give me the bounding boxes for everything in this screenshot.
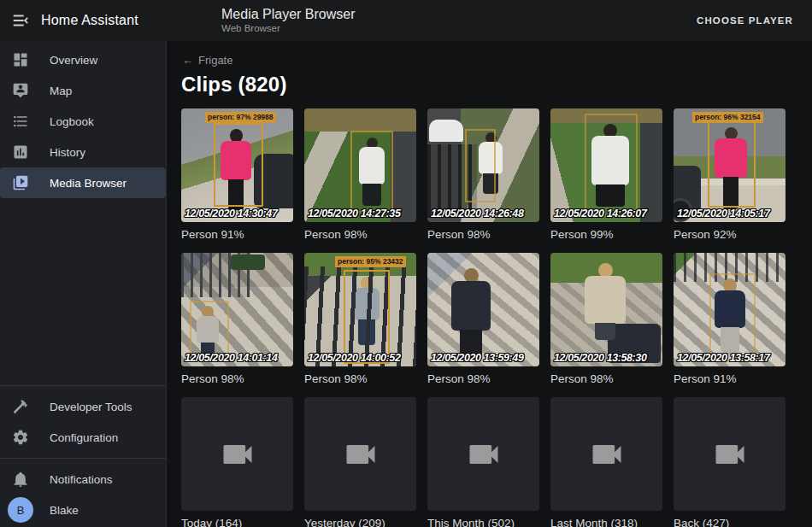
person-figure bbox=[451, 268, 491, 359]
clip-caption: Person 98% bbox=[304, 228, 416, 242]
detection-bounding-box bbox=[190, 301, 229, 357]
back-arrow-icon: ← bbox=[182, 54, 193, 67]
folder-label: Yesterday (209) bbox=[304, 517, 416, 527]
panel-title: Media Player Browser bbox=[221, 7, 356, 22]
folder-label: This Month (502) bbox=[427, 517, 539, 527]
clip-item[interactable]: 12/05/2020 14:27:35 Person 98% bbox=[304, 108, 416, 242]
clip-item[interactable]: 12/05/2020 14:26:07 Person 99% bbox=[550, 108, 662, 242]
video-camera-icon bbox=[588, 436, 626, 473]
media-browser-panel: ← Frigate Clips (820) person: 97% 29988 … bbox=[168, 41, 812, 527]
folder-item-today[interactable]: Today (164) bbox=[181, 397, 293, 527]
video-camera-icon bbox=[465, 436, 503, 473]
clip-thumbnail[interactable]: 12/05/2020 13:58:30 bbox=[550, 253, 662, 366]
folder-thumbnail[interactable] bbox=[304, 397, 416, 511]
clip-timestamp: 12/05/2020 14:00:52 bbox=[308, 352, 400, 364]
folder-item-back[interactable]: Back (427) bbox=[674, 397, 786, 527]
sidebar-item-user-profile[interactable]: B Blake bbox=[0, 495, 166, 525]
panel-title-block: Media Player Browser Web Browser bbox=[221, 7, 356, 34]
bell-icon bbox=[0, 471, 41, 488]
sidebar-spacer bbox=[0, 198, 166, 380]
folder-label: Today (164) bbox=[181, 517, 293, 527]
detection-bounding-box bbox=[708, 120, 756, 208]
app-title: Home Assistant bbox=[41, 13, 138, 28]
sidebar-item-history[interactable]: History bbox=[0, 137, 166, 167]
panel-subtitle: Web Browser bbox=[221, 23, 356, 34]
menu-open-icon bbox=[11, 11, 30, 30]
clip-timestamp: 12/05/2020 14:26:07 bbox=[554, 208, 646, 220]
sidebar-item-notifications[interactable]: Notifications bbox=[0, 464, 166, 495]
folder-thumbnail[interactable] bbox=[674, 397, 786, 511]
folder-thumbnail[interactable] bbox=[427, 397, 539, 511]
sidebar-toggle-button[interactable] bbox=[0, 0, 41, 41]
top-app-bar: Home Assistant Media Player Browser Web … bbox=[0, 0, 812, 41]
detection-bounding-box bbox=[344, 270, 390, 364]
map-tooltip-account-icon bbox=[0, 82, 41, 99]
play-box-multiple-icon bbox=[0, 174, 41, 191]
detection-bounding-box bbox=[709, 273, 756, 362]
clip-caption: Person 98% bbox=[181, 372, 293, 386]
choose-player-button[interactable]: CHOOSE PLAYER bbox=[690, 9, 800, 32]
sidebar-item-map[interactable]: Map bbox=[0, 75, 166, 106]
sidebar-divider bbox=[0, 458, 166, 459]
clip-item[interactable]: person: 96% 32154 12/05/2020 14:05:17 Pe… bbox=[674, 108, 786, 242]
clip-item[interactable]: person: 95% 23432 12/05/2020 14:00:52 Pe… bbox=[304, 253, 416, 386]
clip-item[interactable]: 12/05/2020 14:26:48 Person 98% bbox=[427, 108, 539, 242]
detection-bounding-box bbox=[465, 129, 496, 202]
detection-label: person: 95% 23432 bbox=[335, 256, 406, 267]
clip-thumbnail[interactable]: 12/05/2020 14:27:35 bbox=[304, 108, 416, 222]
clip-thumbnail[interactable]: 12/05/2020 13:58:17 bbox=[674, 253, 786, 366]
detection-bounding-box bbox=[585, 114, 638, 216]
clip-caption: Person 98% bbox=[304, 372, 416, 386]
clip-thumbnail[interactable]: 12/05/2020 14:26:48 bbox=[427, 108, 539, 222]
car-shape bbox=[429, 120, 463, 142]
folder-item-yesterday[interactable]: Yesterday (209) bbox=[304, 397, 416, 527]
sidebar-divider bbox=[0, 385, 166, 386]
clip-item[interactable]: 12/05/2020 13:58:17 Person 91% bbox=[674, 253, 786, 386]
detection-label: person: 96% 32154 bbox=[692, 112, 763, 123]
clip-caption: Person 91% bbox=[674, 372, 786, 386]
sidebar-item-logbook[interactable]: Logbook bbox=[0, 106, 166, 137]
clip-item[interactable]: 12/05/2020 14:01:14 Person 98% bbox=[181, 253, 293, 386]
page-title: Clips (820) bbox=[181, 73, 812, 97]
clip-timestamp: 12/05/2020 14:01:14 bbox=[185, 352, 277, 364]
clip-thumbnail[interactable]: person: 97% 29988 12/05/2020 14:30:47 bbox=[181, 108, 293, 222]
clip-item[interactable]: person: 97% 29988 12/05/2020 14:30:47 Pe… bbox=[181, 108, 293, 242]
clip-timestamp: 12/05/2020 14:30:47 bbox=[185, 208, 277, 220]
sidebar-item-media-browser[interactable]: Media Browser bbox=[0, 167, 166, 198]
clip-thumbnail[interactable]: 12/05/2020 14:26:07 bbox=[550, 108, 662, 222]
gear-icon bbox=[0, 429, 41, 446]
clip-item[interactable]: 12/05/2020 13:58:30 Person 98% bbox=[550, 253, 662, 386]
avatar: B bbox=[8, 497, 33, 523]
clip-caption: Person 91% bbox=[181, 228, 293, 242]
clip-thumbnail[interactable]: 12/05/2020 14:01:14 bbox=[181, 253, 293, 366]
chart-box-icon bbox=[0, 143, 41, 161]
list-bulleted-icon bbox=[0, 113, 41, 130]
folder-label: Last Month (318) bbox=[550, 517, 662, 527]
breadcrumb-back-link[interactable]: ← Frigate bbox=[182, 54, 232, 67]
clip-timestamp: 12/05/2020 14:05:17 bbox=[677, 208, 769, 220]
person-figure bbox=[585, 263, 626, 340]
video-camera-icon bbox=[711, 436, 749, 473]
quad-bike-shape bbox=[231, 255, 265, 270]
sidebar-item-developer-tools[interactable]: Developer Tools bbox=[0, 391, 166, 422]
detection-bounding-box bbox=[214, 123, 263, 207]
clip-caption: Person 98% bbox=[550, 372, 662, 386]
clip-caption: Person 99% bbox=[550, 228, 662, 242]
folder-thumbnail[interactable] bbox=[181, 397, 293, 511]
clip-thumbnail[interactable]: person: 96% 32154 12/05/2020 14:05:17 bbox=[674, 108, 786, 222]
clip-timestamp: 12/05/2020 14:27:35 bbox=[308, 208, 400, 220]
sidebar-item-configuration[interactable]: Configuration bbox=[0, 422, 166, 453]
clip-timestamp: 12/05/2020 13:58:30 bbox=[554, 352, 646, 364]
clip-item[interactable]: 12/05/2020 13:59:49 Person 98% bbox=[427, 253, 539, 386]
sidebar-item-overview[interactable]: Overview bbox=[0, 44, 166, 75]
clip-caption: Person 98% bbox=[427, 228, 539, 242]
clips-grid: person: 97% 29988 12/05/2020 14:30:47 Pe… bbox=[181, 108, 812, 527]
dashboard-icon bbox=[0, 51, 41, 68]
folder-item-last-month[interactable]: Last Month (318) bbox=[550, 397, 662, 527]
folder-thumbnail[interactable] bbox=[550, 397, 662, 511]
folder-item-this-month[interactable]: This Month (502) bbox=[427, 397, 539, 527]
clip-thumbnail[interactable]: 12/05/2020 13:59:49 bbox=[427, 253, 539, 366]
clip-timestamp: 12/05/2020 13:58:17 bbox=[677, 352, 769, 364]
clip-thumbnail[interactable]: person: 95% 23432 12/05/2020 14:00:52 bbox=[304, 253, 416, 366]
clip-caption: Person 92% bbox=[674, 228, 786, 242]
